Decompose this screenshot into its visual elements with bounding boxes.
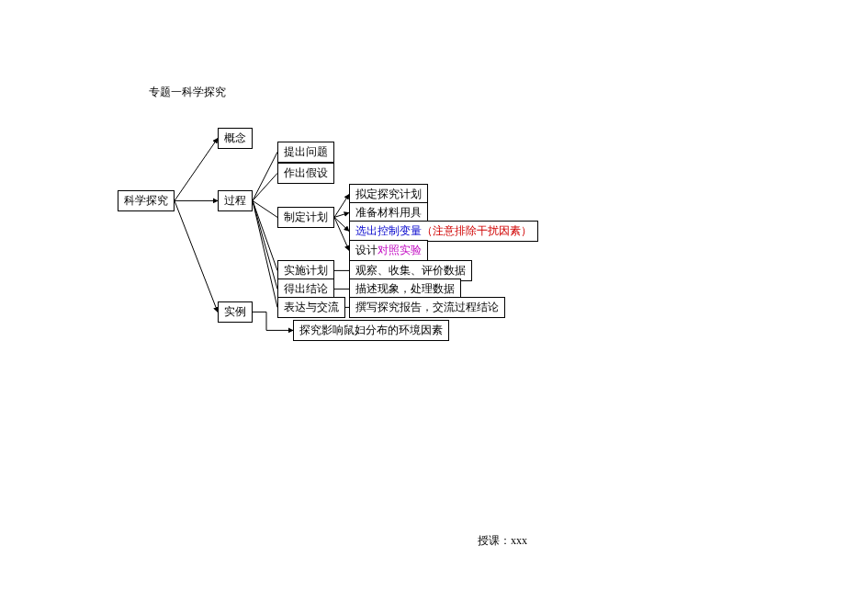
footer-teacher: 授课：xxx (478, 533, 527, 549)
node-example-detail: 探究影响鼠妇分布的环境因素 (293, 320, 449, 341)
diagram-title: 专题一科学探究 (149, 85, 226, 100)
node-step-communicate: 表达与交流 (277, 297, 345, 318)
node-root: 科学探究 (118, 190, 175, 211)
svg-line-6 (253, 200, 277, 270)
svg-line-5 (253, 200, 277, 217)
node-communicate-detail: 撰写探究报告，交流过程结论 (349, 297, 505, 318)
node-step-question: 提出问题 (277, 142, 334, 163)
svg-line-12 (334, 217, 349, 250)
node-plan-control-exp: 设计对照实验 (349, 240, 428, 261)
svg-line-7 (253, 200, 277, 289)
svg-line-2 (175, 200, 218, 312)
node-step-hypothesis: 作出假设 (277, 163, 334, 184)
svg-line-8 (253, 200, 277, 307)
svg-line-3 (253, 152, 277, 200)
svg-line-9 (334, 194, 349, 217)
node-step-plan: 制定计划 (277, 207, 334, 228)
svg-line-11 (334, 217, 349, 231)
svg-line-10 (334, 212, 349, 217)
node-plan-variable: 选出控制变量（注意排除干扰因素） (349, 221, 538, 242)
node-example: 实例 (218, 301, 253, 323)
node-concept: 概念 (218, 128, 253, 149)
svg-line-4 (253, 173, 277, 200)
svg-line-0 (175, 138, 218, 200)
node-process: 过程 (218, 190, 253, 211)
